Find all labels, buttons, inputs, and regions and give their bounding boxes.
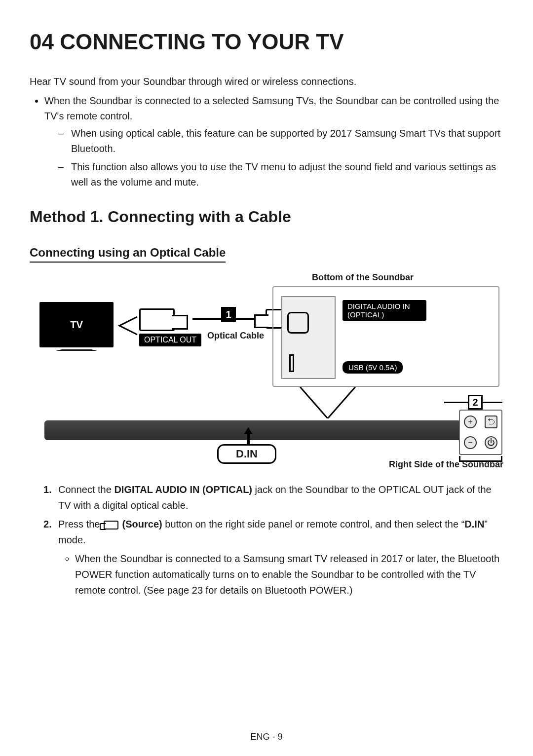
page-number: ENG - 9: [0, 732, 533, 742]
up-arrow-icon: [244, 427, 253, 444]
method-heading: Method 1. Connecting with a Cable: [30, 208, 503, 226]
optical-cable-label: Optical Cable: [207, 331, 264, 341]
arrow-left-icon: [115, 315, 138, 337]
dash-tv-menu: This function also allows you to use the…: [58, 159, 503, 190]
callout-arrow-icon: [298, 387, 357, 418]
port-zone: [281, 296, 336, 379]
bullet-remote-control: When the Soundbar is connected to a sele…: [44, 93, 503, 190]
optical-port-icon: [287, 312, 309, 334]
soundbar-body-icon: [44, 420, 474, 440]
source-icon: ⮌: [485, 416, 497, 428]
volume-up-icon: +: [464, 416, 477, 428]
tv-icon: TV: [39, 302, 114, 347]
optical-out-label: OPTICAL OUT: [139, 334, 201, 346]
soundbar-side-panel: + − ⮌ ⏻: [459, 410, 502, 455]
step-2: Press the (Source) button on the right s…: [43, 516, 503, 598]
din-label: D.IN: [217, 444, 276, 464]
bullet-text: When the Soundbar is connected to a sele…: [44, 95, 499, 121]
page-title: 04 CONNECTING TO YOUR TV: [30, 30, 503, 54]
source-button-icon: [104, 521, 118, 529]
usb-port-icon: [289, 354, 294, 372]
step2-mid: button on the right side panel or remote…: [162, 519, 465, 529]
step-marker-2: 2: [468, 395, 483, 410]
step2-sub-bullet: When the Soundbar is connected to a Sams…: [75, 551, 503, 598]
svg-marker-0: [244, 427, 253, 444]
step2-connector-line: [483, 402, 502, 403]
step2-pre: Press the: [58, 519, 103, 529]
digital-audio-in-label: DIGITAL AUDIO IN (OPTICAL): [343, 300, 426, 321]
step-1: Connect the DIGITAL AUDIO IN (OPTICAL) j…: [43, 482, 503, 513]
step2-source-bold: (Source): [122, 519, 162, 529]
sub-heading: Connecting using an Optical Cable: [30, 246, 226, 263]
connector-tv-icon: [139, 308, 175, 331]
caption-right-side: Right Side of the Soundbar: [389, 459, 503, 470]
step1-bold: DIGITAL AUDIO IN (OPTICAL): [114, 484, 252, 495]
step-marker-1: 1: [221, 307, 236, 322]
soundbar-bottom-panel: DIGITAL AUDIO IN (OPTICAL) USB (5V 0.5A): [272, 286, 499, 387]
step2-connector-line: [444, 402, 468, 403]
usb-label: USB (5V 0.5A): [343, 361, 403, 374]
tv-label: TV: [70, 319, 83, 331]
dash-optical-2017: When using optical cable, this feature c…: [58, 126, 503, 156]
step2-din-bold: D.IN: [464, 519, 484, 529]
volume-down-icon: −: [464, 436, 477, 449]
connection-diagram: Bottom of the Soundbar TV OPTICAL OUT 1 …: [30, 272, 503, 470]
step1-pre: Connect the: [58, 484, 114, 495]
caption-bottom-of-soundbar: Bottom of the Soundbar: [312, 272, 414, 283]
power-icon: ⏻: [485, 436, 497, 449]
intro-text: Hear TV sound from your Soundbar through…: [30, 74, 503, 89]
